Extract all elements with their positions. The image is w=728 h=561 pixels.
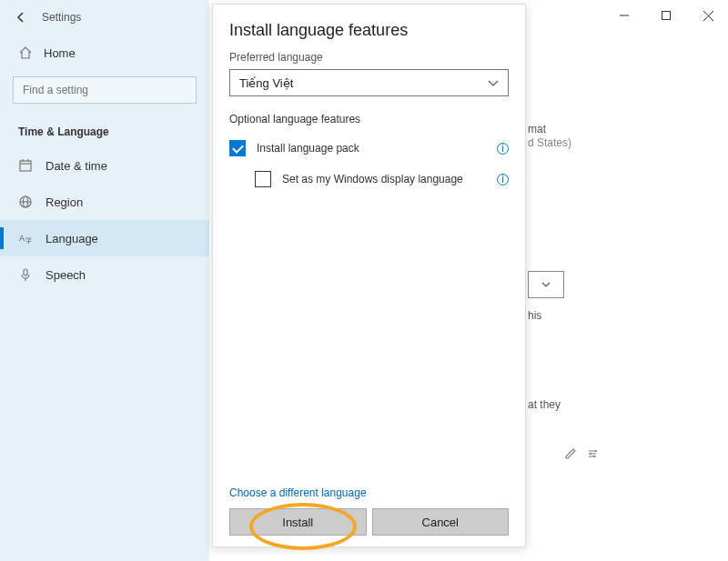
install-language-pack-checkbox[interactable] <box>229 140 246 156</box>
globe-icon <box>18 195 33 209</box>
optional-features-label: Optional language features <box>229 113 509 125</box>
sidebar-item-speech[interactable]: Speech <box>0 256 209 293</box>
cancel-button[interactable]: Cancel <box>372 508 510 536</box>
dialog-spacer <box>229 191 509 486</box>
dropdown-value: Tiếng Việt <box>239 76 293 90</box>
option-label: Install language pack <box>257 142 486 155</box>
dialog-button-row: Install Cancel <box>229 508 509 536</box>
sidebar-item-language[interactable]: A字 Language <box>0 220 209 256</box>
sidebar-item-label: Date & time <box>46 159 107 173</box>
dialog-title: Install language features <box>229 21 509 40</box>
svg-rect-0 <box>20 161 31 171</box>
maximize-button[interactable] <box>653 5 679 25</box>
install-button[interactable]: Install <box>229 508 367 536</box>
sidebar-item-label: Speech <box>46 268 86 282</box>
microphone-icon <box>18 267 33 282</box>
search-input[interactable] <box>13 76 197 104</box>
bg-text-fragment: at they <box>528 398 561 411</box>
option-install-language-pack: Install language pack i <box>229 136 509 160</box>
home-icon <box>18 45 33 60</box>
preferred-language-dropdown[interactable]: Tiếng Việt <box>229 69 509 96</box>
svg-text:A: A <box>19 234 25 243</box>
option-set-display-language: Set as my Windows display language i <box>255 167 509 191</box>
app-title: Settings <box>42 11 81 24</box>
edit-icon[interactable] <box>564 447 577 460</box>
svg-rect-9 <box>24 269 27 275</box>
svg-text:字: 字 <box>25 237 32 244</box>
category-title: Time & Language <box>0 113 209 147</box>
options-icon[interactable] <box>586 447 599 460</box>
home-label: Home <box>44 46 76 60</box>
install-language-dialog: Install language features Preferred lang… <box>212 4 526 547</box>
svg-point-14 <box>595 450 597 452</box>
svg-rect-11 <box>662 12 671 20</box>
window-controls <box>612 5 721 25</box>
info-icon[interactable]: i <box>497 143 509 155</box>
sidebar-item-date-time[interactable]: Date & time <box>0 147 209 184</box>
info-icon[interactable]: i <box>497 174 509 185</box>
option-label: Set as my Windows display language <box>282 173 486 185</box>
choose-different-language-link[interactable]: Choose a different language <box>229 486 509 499</box>
bg-text-fragment: d States) <box>528 136 571 149</box>
set-display-language-checkbox[interactable] <box>255 171 271 187</box>
language-icon: A字 <box>18 231 33 245</box>
sidebar-item-home[interactable]: Home <box>0 38 209 67</box>
bg-text-fragment: mat <box>528 123 546 135</box>
chevron-down-icon <box>541 282 551 287</box>
calendar-icon <box>18 158 33 173</box>
svg-point-16 <box>593 456 595 457</box>
svg-point-15 <box>590 453 592 455</box>
preferred-language-label: Preferred language <box>229 51 509 64</box>
sidebar-item-region[interactable]: Region <box>0 184 209 220</box>
sidebar-header: Settings <box>0 0 209 31</box>
sidebar-item-label: Language <box>46 232 98 245</box>
chevron-down-icon <box>488 80 499 86</box>
search-box <box>13 76 197 104</box>
bg-icon-row <box>564 447 599 460</box>
minimize-button[interactable] <box>612 5 637 25</box>
close-button[interactable] <box>695 5 721 25</box>
sidebar-item-label: Region <box>46 195 83 209</box>
settings-sidebar: Settings Home Time & Language Date & tim… <box>0 0 209 561</box>
bg-text-fragment: his <box>528 309 541 322</box>
bg-dropdown-partial[interactable] <box>528 271 564 298</box>
back-arrow-icon[interactable] <box>15 11 27 24</box>
